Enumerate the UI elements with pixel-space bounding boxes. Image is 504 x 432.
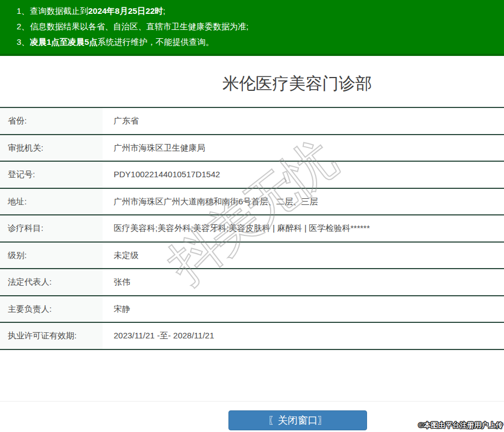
clinic-details-table: 省份: 广东省 审批机关: 广州市海珠区卫生健康局 登记号: PDY100221…	[0, 107, 504, 350]
row-value: 宋静	[103, 296, 504, 322]
row-value: 张伟	[103, 269, 504, 295]
notice-line: 1、查询数据截止到2024年8月25日22时;	[17, 3, 493, 19]
table-row-level: 级别: 未定级	[0, 241, 504, 269]
notice-text: 系统进行维护，不能提供查询。	[98, 37, 214, 47]
row-value: 广东省	[103, 108, 504, 134]
row-label: 地址:	[0, 189, 103, 215]
table-row-principal: 主要负责人: 宋静	[0, 295, 504, 322]
notice-text: ;	[163, 6, 165, 16]
table-row-address: 地址: 广州市海珠区广州大道南穗和南街6号首层、二层、三层	[0, 188, 504, 215]
clinic-name-title: 米伦医疗美容门诊部	[90, 74, 504, 94]
table-row-approval-authority: 审批机关: 广州市海珠区卫生健康局	[0, 134, 504, 161]
close-window-button[interactable]: 〖关闭窗口〗	[228, 410, 367, 430]
notice-line: 2、信息数据结果以各省、自治区、直辖市卫生健康委数据为准;	[17, 19, 493, 34]
row-label: 省份:	[0, 108, 103, 134]
notice-text: 查询数据截止到	[30, 6, 88, 16]
notice-banner: 1、查询数据截止到2024年8月25日22时; 2、信息数据结果以各省、自治区、…	[0, 0, 504, 56]
notice-number: 2、	[17, 19, 30, 34]
footer-divider	[0, 401, 504, 402]
table-row-license-validity: 执业许可证有效期: 2023/11/21 -至- 2028/11/21	[0, 322, 504, 349]
row-value: 未定级	[103, 243, 504, 269]
row-label: 法定代表人:	[0, 269, 103, 295]
notice-text-bold: 2024年8月25日22时	[88, 6, 163, 16]
row-value: 广州市海珠区广州大道南穗和南街6号首层、二层、三层	[103, 189, 504, 215]
table-row-province: 省份: 广东省	[0, 107, 504, 134]
table-row-registration-number: 登记号: PDY10022144010517D1542	[0, 161, 504, 188]
row-label: 审批机关:	[0, 135, 103, 161]
row-value: 2023/11/21 -至- 2028/11/21	[103, 323, 504, 349]
notice-text: 信息数据结果以各省、自治区、直辖市卫生健康委数据为准;	[30, 22, 248, 31]
row-label: 登记号:	[0, 162, 103, 188]
notice-text-bold: 凌晨1点至凌晨5点	[30, 37, 98, 47]
row-value: 医疗美容科;美容外科;美容牙科;美容皮肤科 | 麻醉科 | 医学检验科*****…	[103, 215, 504, 241]
row-label: 级别:	[0, 243, 103, 269]
row-label: 主要负责人:	[0, 296, 103, 322]
notice-number: 3、	[17, 34, 30, 50]
row-value: PDY10022144010517D1542	[103, 162, 504, 188]
table-row-legal-representative: 法定代表人: 张伟	[0, 268, 504, 295]
row-value: 广州市海珠区卫生健康局	[103, 135, 504, 161]
title-container: 米伦医疗美容门诊部	[90, 74, 504, 94]
notice-line: 3、凌晨1点至凌晨5点系统进行维护，不能提供查询。	[17, 34, 493, 50]
upload-copyright-note: ©本图由平台注册用户上传	[418, 420, 503, 430]
row-label: 执业许可证有效期:	[0, 323, 103, 349]
notice-number: 1、	[17, 3, 30, 19]
row-label: 诊疗科目:	[0, 215, 103, 241]
table-row-departments: 诊疗科目: 医疗美容科;美容外科;美容牙科;美容皮肤科 | 麻醉科 | 医学检验…	[0, 214, 504, 241]
